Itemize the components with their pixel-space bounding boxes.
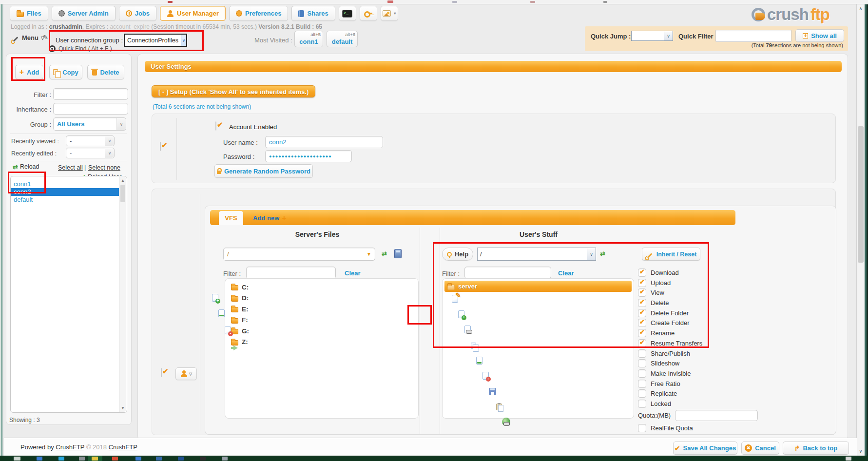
cancel-button[interactable]: ✖ Cancel (741, 442, 779, 455)
account-enabled-checkbox[interactable] (215, 121, 216, 131)
add-file-icon[interactable] (212, 294, 218, 302)
permission-checkbox-upload[interactable] (638, 279, 646, 287)
save-all-changes-button[interactable]: ✔ Save All Changes (673, 442, 737, 455)
drive-row-g[interactable]: G: (225, 326, 418, 337)
drive-row-e[interactable]: E: (225, 304, 418, 315)
save-item-icon[interactable] (489, 388, 496, 395)
recently-viewed-select[interactable]: - ∨ (66, 135, 115, 146)
page-scroll-up-icon[interactable]: ∧ (857, 5, 865, 13)
server-filter-clear-link[interactable]: Clear (345, 269, 361, 277)
sidebar-filter-input[interactable] (53, 88, 128, 100)
drive-row-f[interactable]: F: (225, 315, 418, 326)
user-filter-input[interactable] (464, 267, 551, 279)
user-list-item-conn2[interactable]: conn2 (11, 188, 119, 196)
permission-checkbox-delete[interactable] (638, 299, 646, 307)
scrollbar-thumb[interactable] (120, 185, 125, 202)
crushftp-link-2[interactable]: CrushFTP (109, 443, 137, 451)
user-type-button[interactable]: ▽ (175, 367, 197, 380)
add-user-button[interactable]: + Add (15, 65, 43, 79)
toolbar-key-button[interactable] (360, 6, 377, 21)
drive-row-z[interactable]: Z: (225, 337, 418, 348)
permission-checkbox-share-publish[interactable] (638, 349, 646, 358)
permission-checkbox-create-folder[interactable] (638, 319, 646, 327)
account-section-checkbox[interactable] (160, 142, 161, 151)
quota-input[interactable] (675, 410, 758, 421)
edit-item-icon[interactable] (452, 295, 458, 303)
reload-link[interactable]: ⇄ Reload (13, 163, 39, 170)
permission-checkbox-view[interactable] (638, 288, 646, 297)
permission-checkbox-slideshow[interactable] (638, 359, 646, 367)
user-path-select[interactable]: / ∨ (477, 248, 596, 261)
group-select[interactable]: All Users ∨ (53, 117, 126, 131)
user-refresh-icon[interactable]: ⇄ (600, 250, 605, 257)
link-item-icon[interactable] (464, 326, 471, 333)
permission-checkbox-free-ratio[interactable] (638, 380, 646, 388)
tab-files[interactable]: Files (10, 6, 48, 21)
toolbar-image-button[interactable]: ▾ (381, 6, 398, 21)
apply-arrow-icon[interactable] (233, 346, 238, 350)
setup-section-header[interactable]: [ - ] Setup (Click 'Show All' to see inh… (152, 85, 315, 97)
show-all-button[interactable]: + Show all (795, 29, 844, 42)
permission-checkbox-locked[interactable] (638, 400, 646, 408)
most-visited-conn1[interactable]: alt+5conn1 (294, 31, 323, 47)
username-input[interactable]: conn2 (265, 136, 383, 148)
user-list-item-conn1[interactable]: conn1 (11, 180, 119, 188)
user-stuff-item-server[interactable]: server (444, 281, 632, 292)
remove-file-icon[interactable] (225, 327, 231, 334)
tab-user-manager[interactable]: User Manager (160, 6, 226, 21)
recently-edited-select[interactable]: - ∨ (66, 148, 115, 158)
tab-jobs[interactable]: Jobs (119, 6, 156, 21)
help-button[interactable]: Help (442, 248, 473, 261)
server-path-combo[interactable]: / ▼ (223, 248, 375, 261)
edit-pencil-icon[interactable]: ✎ (43, 34, 48, 41)
scroll-up-icon[interactable]: ▲ (119, 178, 126, 183)
quick-find[interactable]: Quick Find ( Alt + F ) (49, 45, 112, 52)
page-vertical-scrollbar[interactable]: ∧ ∨ (856, 4, 865, 456)
user-filter-clear-link[interactable]: Clear (558, 269, 574, 277)
permission-checkbox-rename[interactable] (638, 329, 646, 337)
inherit-reset-button[interactable]: Inherit / Reset (642, 248, 700, 261)
permission-checkbox-download[interactable] (638, 269, 646, 277)
tab-vfs[interactable]: VFS (219, 211, 243, 225)
server-drive-icon[interactable] (394, 249, 402, 258)
server-refresh-icon[interactable]: ⇄ (382, 250, 387, 257)
copy-item-icon[interactable] (471, 343, 476, 349)
permission-checkbox-resume-transfers[interactable] (638, 339, 646, 347)
password-input[interactable]: ●●●●●●●●●●●●●●●●●●●● (265, 150, 352, 162)
tab-add-new[interactable]: Add new + (247, 211, 292, 225)
permission-checkbox-replicate[interactable] (638, 389, 646, 398)
page-scroll-down-icon[interactable]: ∨ (857, 447, 865, 455)
vfs-section-checkbox[interactable] (161, 368, 162, 377)
delete-user-button[interactable]: Delete (87, 65, 124, 79)
windows-taskbar[interactable] (0, 456, 868, 461)
quick-jump-select[interactable]: ∨ (631, 31, 673, 41)
permission-checkbox-make-invisible[interactable] (638, 369, 646, 378)
crushftp-link-1[interactable]: CrushFTP (56, 443, 84, 451)
quick-filter-input[interactable] (715, 30, 791, 42)
tab-shares[interactable]: Shares (291, 6, 335, 21)
permission-checkbox-delete-folder[interactable] (638, 309, 646, 317)
modify-item-icon[interactable] (476, 357, 482, 365)
user-list-scrollbar[interactable]: ▲ ▼ (119, 177, 126, 412)
most-visited-default[interactable]: alt+6default (327, 31, 358, 47)
user-list-item-default[interactable]: default (11, 196, 119, 204)
page-scrollbar-thumb[interactable] (858, 126, 864, 263)
server-filter-input[interactable] (246, 267, 336, 279)
paste-item-icon[interactable] (496, 403, 502, 410)
select-all-link[interactable]: Select all (58, 164, 83, 171)
remove-item-icon[interactable] (482, 372, 489, 380)
modify-file-icon[interactable] (218, 309, 225, 317)
connection-group-select[interactable]: ConnectionProfiles ∨ (124, 34, 187, 47)
tab-preferences[interactable]: Preferences (229, 6, 288, 21)
web-link-icon[interactable] (502, 418, 510, 426)
permission-checkbox-realfile-quota[interactable] (638, 424, 646, 432)
add-item-icon[interactable] (458, 310, 464, 318)
tab-server-admin[interactable]: Server Admin (52, 6, 116, 21)
menu-dropdown[interactable]: Menu ▽ (12, 34, 44, 41)
generate-random-password-button[interactable]: Generate Random Password (214, 164, 313, 178)
copy-user-button[interactable]: Copy (49, 65, 82, 79)
back-to-top-button[interactable]: ↱ Back to top (783, 442, 849, 455)
inheritance-input[interactable] (53, 103, 128, 115)
drive-row-d[interactable]: D: (225, 293, 418, 304)
select-none-link[interactable]: Select none (88, 164, 120, 171)
